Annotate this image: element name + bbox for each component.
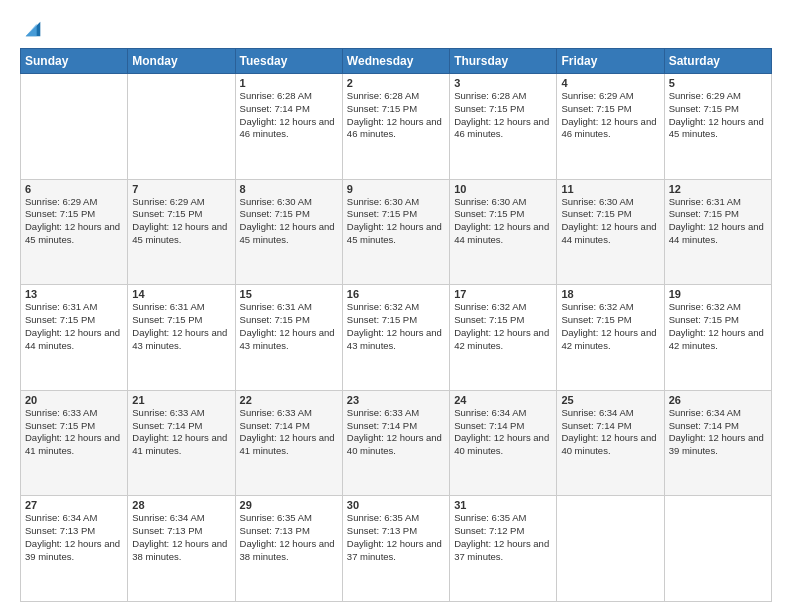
day-number: 29 bbox=[240, 499, 338, 511]
calendar-day-cell: 22Sunrise: 6:33 AM Sunset: 7:14 PM Dayli… bbox=[235, 390, 342, 496]
day-number: 13 bbox=[25, 288, 123, 300]
day-number: 1 bbox=[240, 77, 338, 89]
day-number: 24 bbox=[454, 394, 552, 406]
day-info: Sunrise: 6:30 AM Sunset: 7:15 PM Dayligh… bbox=[240, 196, 338, 247]
calendar-day-cell: 29Sunrise: 6:35 AM Sunset: 7:13 PM Dayli… bbox=[235, 496, 342, 602]
day-info: Sunrise: 6:35 AM Sunset: 7:12 PM Dayligh… bbox=[454, 512, 552, 563]
day-info: Sunrise: 6:33 AM Sunset: 7:15 PM Dayligh… bbox=[25, 407, 123, 458]
day-number: 10 bbox=[454, 183, 552, 195]
calendar-day-cell: 1Sunrise: 6:28 AM Sunset: 7:14 PM Daylig… bbox=[235, 74, 342, 180]
day-info: Sunrise: 6:30 AM Sunset: 7:15 PM Dayligh… bbox=[561, 196, 659, 247]
calendar-day-header: Wednesday bbox=[342, 49, 449, 74]
calendar-day-cell: 27Sunrise: 6:34 AM Sunset: 7:13 PM Dayli… bbox=[21, 496, 128, 602]
calendar-table: SundayMondayTuesdayWednesdayThursdayFrid… bbox=[20, 48, 772, 602]
calendar-week-row: 6Sunrise: 6:29 AM Sunset: 7:15 PM Daylig… bbox=[21, 179, 772, 285]
calendar-day-cell: 8Sunrise: 6:30 AM Sunset: 7:15 PM Daylig… bbox=[235, 179, 342, 285]
calendar-day-cell: 26Sunrise: 6:34 AM Sunset: 7:14 PM Dayli… bbox=[664, 390, 771, 496]
calendar-day-cell bbox=[128, 74, 235, 180]
svg-marker-1 bbox=[26, 24, 37, 36]
calendar-day-cell: 24Sunrise: 6:34 AM Sunset: 7:14 PM Dayli… bbox=[450, 390, 557, 496]
calendar-week-row: 27Sunrise: 6:34 AM Sunset: 7:13 PM Dayli… bbox=[21, 496, 772, 602]
calendar-day-cell: 11Sunrise: 6:30 AM Sunset: 7:15 PM Dayli… bbox=[557, 179, 664, 285]
calendar-day-cell: 30Sunrise: 6:35 AM Sunset: 7:13 PM Dayli… bbox=[342, 496, 449, 602]
day-number: 28 bbox=[132, 499, 230, 511]
day-number: 3 bbox=[454, 77, 552, 89]
calendar-day-cell: 13Sunrise: 6:31 AM Sunset: 7:15 PM Dayli… bbox=[21, 285, 128, 391]
day-info: Sunrise: 6:35 AM Sunset: 7:13 PM Dayligh… bbox=[347, 512, 445, 563]
day-info: Sunrise: 6:31 AM Sunset: 7:15 PM Dayligh… bbox=[25, 301, 123, 352]
calendar-day-cell bbox=[557, 496, 664, 602]
calendar-day-cell: 17Sunrise: 6:32 AM Sunset: 7:15 PM Dayli… bbox=[450, 285, 557, 391]
calendar-day-cell: 15Sunrise: 6:31 AM Sunset: 7:15 PM Dayli… bbox=[235, 285, 342, 391]
calendar-day-cell: 3Sunrise: 6:28 AM Sunset: 7:15 PM Daylig… bbox=[450, 74, 557, 180]
day-number: 16 bbox=[347, 288, 445, 300]
day-number: 14 bbox=[132, 288, 230, 300]
day-info: Sunrise: 6:31 AM Sunset: 7:15 PM Dayligh… bbox=[132, 301, 230, 352]
day-number: 7 bbox=[132, 183, 230, 195]
day-number: 5 bbox=[669, 77, 767, 89]
day-info: Sunrise: 6:28 AM Sunset: 7:15 PM Dayligh… bbox=[454, 90, 552, 141]
day-info: Sunrise: 6:32 AM Sunset: 7:15 PM Dayligh… bbox=[561, 301, 659, 352]
day-number: 9 bbox=[347, 183, 445, 195]
day-number: 15 bbox=[240, 288, 338, 300]
calendar-day-header: Tuesday bbox=[235, 49, 342, 74]
calendar-day-cell: 20Sunrise: 6:33 AM Sunset: 7:15 PM Dayli… bbox=[21, 390, 128, 496]
calendar-day-cell: 6Sunrise: 6:29 AM Sunset: 7:15 PM Daylig… bbox=[21, 179, 128, 285]
day-info: Sunrise: 6:30 AM Sunset: 7:15 PM Dayligh… bbox=[347, 196, 445, 247]
day-info: Sunrise: 6:34 AM Sunset: 7:14 PM Dayligh… bbox=[561, 407, 659, 458]
day-info: Sunrise: 6:34 AM Sunset: 7:13 PM Dayligh… bbox=[132, 512, 230, 563]
calendar-day-cell: 9Sunrise: 6:30 AM Sunset: 7:15 PM Daylig… bbox=[342, 179, 449, 285]
calendar-day-cell: 16Sunrise: 6:32 AM Sunset: 7:15 PM Dayli… bbox=[342, 285, 449, 391]
calendar-day-cell: 12Sunrise: 6:31 AM Sunset: 7:15 PM Dayli… bbox=[664, 179, 771, 285]
day-number: 6 bbox=[25, 183, 123, 195]
day-number: 31 bbox=[454, 499, 552, 511]
calendar-day-cell: 18Sunrise: 6:32 AM Sunset: 7:15 PM Dayli… bbox=[557, 285, 664, 391]
calendar-day-cell bbox=[21, 74, 128, 180]
day-info: Sunrise: 6:33 AM Sunset: 7:14 PM Dayligh… bbox=[240, 407, 338, 458]
day-info: Sunrise: 6:33 AM Sunset: 7:14 PM Dayligh… bbox=[347, 407, 445, 458]
calendar-day-header: Thursday bbox=[450, 49, 557, 74]
calendar-day-cell bbox=[664, 496, 771, 602]
logo bbox=[20, 18, 44, 40]
day-info: Sunrise: 6:29 AM Sunset: 7:15 PM Dayligh… bbox=[669, 90, 767, 141]
day-number: 17 bbox=[454, 288, 552, 300]
day-info: Sunrise: 6:33 AM Sunset: 7:14 PM Dayligh… bbox=[132, 407, 230, 458]
day-number: 23 bbox=[347, 394, 445, 406]
day-number: 12 bbox=[669, 183, 767, 195]
calendar-day-cell: 31Sunrise: 6:35 AM Sunset: 7:12 PM Dayli… bbox=[450, 496, 557, 602]
day-info: Sunrise: 6:34 AM Sunset: 7:13 PM Dayligh… bbox=[25, 512, 123, 563]
calendar-day-cell: 7Sunrise: 6:29 AM Sunset: 7:15 PM Daylig… bbox=[128, 179, 235, 285]
calendar-day-cell: 19Sunrise: 6:32 AM Sunset: 7:15 PM Dayli… bbox=[664, 285, 771, 391]
day-number: 21 bbox=[132, 394, 230, 406]
day-number: 27 bbox=[25, 499, 123, 511]
day-number: 11 bbox=[561, 183, 659, 195]
calendar-week-row: 20Sunrise: 6:33 AM Sunset: 7:15 PM Dayli… bbox=[21, 390, 772, 496]
calendar-day-header: Monday bbox=[128, 49, 235, 74]
calendar-header-row: SundayMondayTuesdayWednesdayThursdayFrid… bbox=[21, 49, 772, 74]
day-info: Sunrise: 6:32 AM Sunset: 7:15 PM Dayligh… bbox=[347, 301, 445, 352]
calendar-day-cell: 2Sunrise: 6:28 AM Sunset: 7:15 PM Daylig… bbox=[342, 74, 449, 180]
day-number: 22 bbox=[240, 394, 338, 406]
day-number: 26 bbox=[669, 394, 767, 406]
logo-icon bbox=[22, 18, 44, 40]
calendar-day-header: Friday bbox=[557, 49, 664, 74]
day-number: 4 bbox=[561, 77, 659, 89]
day-info: Sunrise: 6:29 AM Sunset: 7:15 PM Dayligh… bbox=[132, 196, 230, 247]
calendar-day-cell: 5Sunrise: 6:29 AM Sunset: 7:15 PM Daylig… bbox=[664, 74, 771, 180]
calendar-week-row: 13Sunrise: 6:31 AM Sunset: 7:15 PM Dayli… bbox=[21, 285, 772, 391]
day-info: Sunrise: 6:32 AM Sunset: 7:15 PM Dayligh… bbox=[669, 301, 767, 352]
day-info: Sunrise: 6:28 AM Sunset: 7:15 PM Dayligh… bbox=[347, 90, 445, 141]
calendar-day-cell: 23Sunrise: 6:33 AM Sunset: 7:14 PM Dayli… bbox=[342, 390, 449, 496]
day-info: Sunrise: 6:31 AM Sunset: 7:15 PM Dayligh… bbox=[669, 196, 767, 247]
calendar-day-cell: 4Sunrise: 6:29 AM Sunset: 7:15 PM Daylig… bbox=[557, 74, 664, 180]
day-info: Sunrise: 6:34 AM Sunset: 7:14 PM Dayligh… bbox=[669, 407, 767, 458]
day-number: 30 bbox=[347, 499, 445, 511]
day-info: Sunrise: 6:32 AM Sunset: 7:15 PM Dayligh… bbox=[454, 301, 552, 352]
day-number: 2 bbox=[347, 77, 445, 89]
day-info: Sunrise: 6:29 AM Sunset: 7:15 PM Dayligh… bbox=[561, 90, 659, 141]
calendar-day-cell: 28Sunrise: 6:34 AM Sunset: 7:13 PM Dayli… bbox=[128, 496, 235, 602]
day-number: 19 bbox=[669, 288, 767, 300]
day-number: 8 bbox=[240, 183, 338, 195]
day-info: Sunrise: 6:29 AM Sunset: 7:15 PM Dayligh… bbox=[25, 196, 123, 247]
calendar-day-header: Saturday bbox=[664, 49, 771, 74]
